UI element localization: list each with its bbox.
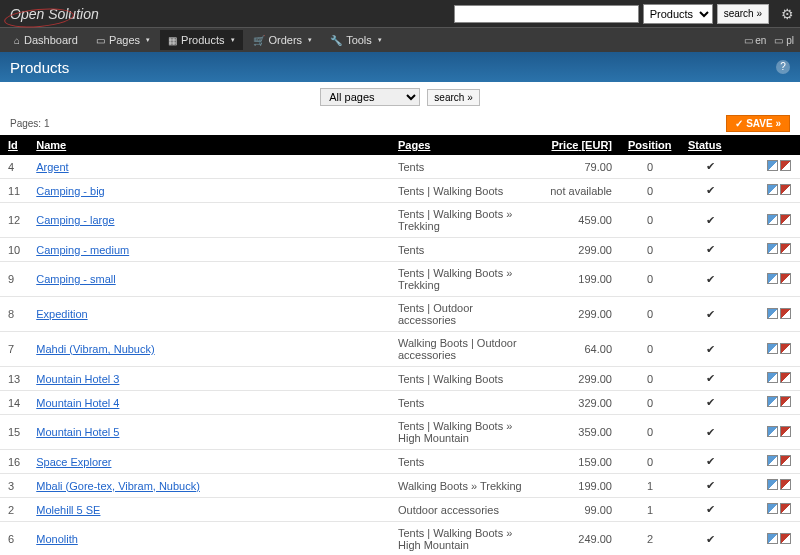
product-link[interactable]: Camping - medium: [36, 244, 129, 256]
edit-icon[interactable]: [767, 533, 778, 544]
cell-position: 0: [620, 450, 680, 474]
product-link[interactable]: Mahdi (Vibram, Nubuck): [36, 343, 154, 355]
lang-pl[interactable]: ▭ pl: [774, 35, 794, 46]
product-link[interactable]: Space Explorer: [36, 456, 111, 468]
nav-pages[interactable]: ▭Pages▾: [88, 30, 158, 50]
cell-pages: Walking Boots » Trekking: [390, 474, 540, 498]
product-link[interactable]: Mbali (Gore-tex, Vibram, Nubuck): [36, 480, 200, 492]
delete-icon[interactable]: [780, 160, 791, 171]
cell-name: Camping - big: [28, 179, 390, 203]
cell-id: 16: [0, 450, 28, 474]
edit-icon[interactable]: [767, 184, 778, 195]
product-link[interactable]: Expedition: [36, 308, 87, 320]
cell-status: ✔: [680, 179, 740, 203]
delete-icon[interactable]: [780, 533, 791, 544]
cell-actions: [740, 332, 800, 367]
product-link[interactable]: Mountain Hotel 3: [36, 373, 119, 385]
delete-icon[interactable]: [780, 372, 791, 383]
delete-icon[interactable]: [780, 479, 791, 490]
edit-icon[interactable]: [767, 160, 778, 171]
cell-id: 11: [0, 179, 28, 203]
cell-name: Mountain Hotel 5: [28, 415, 390, 450]
cell-id: 15: [0, 415, 28, 450]
cell-pages: Tents | Walking Boots » High Mountain: [390, 522, 540, 556]
product-link[interactable]: Monolith: [36, 533, 78, 545]
col-pages[interactable]: Pages: [390, 135, 540, 155]
cell-price: 299.00: [540, 238, 620, 262]
search-button[interactable]: search »: [717, 4, 769, 24]
edit-icon[interactable]: [767, 214, 778, 225]
cell-actions: [740, 179, 800, 203]
cell-status: ✔: [680, 474, 740, 498]
cell-actions: [740, 522, 800, 556]
check-icon: ✔: [706, 503, 715, 515]
col-status[interactable]: Status: [680, 135, 740, 155]
gear-icon[interactable]: ⚙: [781, 6, 794, 22]
delete-icon[interactable]: [780, 214, 791, 225]
search-scope-select[interactable]: Products: [643, 4, 713, 24]
nav-dashboard[interactable]: ⌂Dashboard: [6, 30, 86, 50]
product-link[interactable]: Molehill 5 SE: [36, 504, 100, 516]
product-link[interactable]: Mountain Hotel 5: [36, 426, 119, 438]
product-link[interactable]: Mountain Hotel 4: [36, 397, 119, 409]
filter-search-button[interactable]: search »: [427, 89, 479, 106]
lang-en[interactable]: ▭ en: [744, 35, 767, 46]
cell-price: 359.00: [540, 415, 620, 450]
nav-tools[interactable]: 🔧Tools▾: [322, 30, 390, 50]
save-button-top[interactable]: ✓ SAVE »: [726, 115, 790, 132]
home-icon: ⌂: [14, 35, 20, 46]
cell-actions: [740, 367, 800, 391]
table-row: 10Camping - mediumTents299.000✔: [0, 238, 800, 262]
delete-icon[interactable]: [780, 243, 791, 254]
edit-icon[interactable]: [767, 479, 778, 490]
edit-icon[interactable]: [767, 455, 778, 466]
delete-icon[interactable]: [780, 503, 791, 514]
pages-row-top: Pages: 1 ✓ SAVE »: [0, 112, 800, 135]
chevron-down-icon: ▾: [231, 36, 235, 44]
edit-icon[interactable]: [767, 396, 778, 407]
product-link[interactable]: Camping - big: [36, 185, 104, 197]
cell-pages: Tents | Walking Boots » Trekking: [390, 203, 540, 238]
product-link[interactable]: Argent: [36, 161, 68, 173]
cell-position: 1: [620, 498, 680, 522]
cell-price: 299.00: [540, 297, 620, 332]
col-price[interactable]: Price [EUR]: [540, 135, 620, 155]
edit-icon[interactable]: [767, 503, 778, 514]
edit-icon[interactable]: [767, 372, 778, 383]
edit-icon[interactable]: [767, 426, 778, 437]
cell-id: 4: [0, 155, 28, 179]
nav-orders[interactable]: 🛒Orders▾: [245, 30, 321, 50]
col-id[interactable]: Id: [0, 135, 28, 155]
delete-icon[interactable]: [780, 273, 791, 284]
edit-icon[interactable]: [767, 308, 778, 319]
check-icon: ✔: [706, 426, 715, 438]
product-link[interactable]: Camping - large: [36, 214, 114, 226]
edit-icon[interactable]: [767, 273, 778, 284]
page-icon: ▭: [96, 35, 105, 46]
help-icon[interactable]: ?: [776, 60, 790, 74]
nav-products[interactable]: ▦Products▾: [160, 30, 242, 50]
delete-icon[interactable]: [780, 426, 791, 437]
cell-actions: [740, 297, 800, 332]
product-link[interactable]: Camping - small: [36, 273, 115, 285]
delete-icon[interactable]: [780, 343, 791, 354]
check-icon: ✔: [706, 273, 715, 285]
delete-icon[interactable]: [780, 455, 791, 466]
pages-filter-select[interactable]: All pages: [320, 88, 420, 106]
cell-id: 12: [0, 203, 28, 238]
cell-price: 99.00: [540, 498, 620, 522]
edit-icon[interactable]: [767, 343, 778, 354]
edit-icon[interactable]: [767, 243, 778, 254]
delete-icon[interactable]: [780, 184, 791, 195]
search-input[interactable]: [454, 5, 639, 23]
cell-name: Mountain Hotel 3: [28, 367, 390, 391]
delete-icon[interactable]: [780, 396, 791, 407]
delete-icon[interactable]: [780, 308, 791, 319]
table-row: 15Mountain Hotel 5Tents | Walking Boots …: [0, 415, 800, 450]
col-position[interactable]: Position: [620, 135, 680, 155]
topbar: Open Solution Products search » ⚙: [0, 0, 800, 28]
col-name[interactable]: Name: [28, 135, 390, 155]
cell-name: Mbali (Gore-tex, Vibram, Nubuck): [28, 474, 390, 498]
titlebar: Products ?: [0, 52, 800, 82]
check-icon: ✔: [706, 396, 715, 408]
